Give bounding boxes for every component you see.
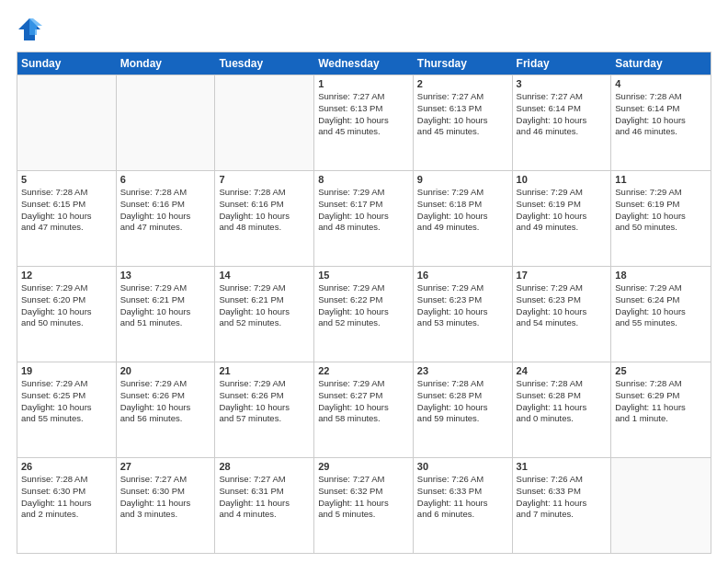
- day-number: 15: [318, 270, 409, 281]
- day-info: Sunrise: 7:29 AM Sunset: 6:26 PM Dayligh…: [120, 378, 211, 425]
- day-number: 3: [517, 78, 608, 89]
- page: SundayMondayTuesdayWednesdayThursdayFrid…: [0, 0, 728, 563]
- day-number: 19: [21, 365, 112, 376]
- day-number: 26: [21, 461, 112, 472]
- day-number: 31: [517, 461, 608, 472]
- day-info: Sunrise: 7:26 AM Sunset: 6:33 PM Dayligh…: [517, 474, 608, 521]
- calendar-body: 1Sunrise: 7:27 AM Sunset: 6:13 PM Daylig…: [17, 75, 711, 553]
- calendar-cell: 7Sunrise: 7:28 AM Sunset: 6:16 PM Daylig…: [215, 171, 314, 266]
- day-number: 17: [517, 270, 608, 281]
- calendar-cell: 16Sunrise: 7:29 AM Sunset: 6:23 PM Dayli…: [414, 267, 513, 362]
- day-info: Sunrise: 7:28 AM Sunset: 6:28 PM Dayligh…: [517, 378, 608, 425]
- day-info: Sunrise: 7:28 AM Sunset: 6:15 PM Dayligh…: [21, 187, 112, 234]
- calendar-cell: 29Sunrise: 7:27 AM Sunset: 6:32 PM Dayli…: [314, 458, 414, 553]
- day-info: Sunrise: 7:29 AM Sunset: 6:19 PM Dayligh…: [615, 187, 707, 234]
- calendar-cell: 24Sunrise: 7:28 AM Sunset: 6:28 PM Dayli…: [513, 362, 612, 457]
- day-number: 14: [219, 270, 310, 281]
- day-info: Sunrise: 7:27 AM Sunset: 6:31 PM Dayligh…: [219, 474, 310, 521]
- day-number: 1: [318, 78, 409, 89]
- day-info: Sunrise: 7:29 AM Sunset: 6:27 PM Dayligh…: [318, 378, 409, 425]
- day-info: Sunrise: 7:29 AM Sunset: 6:23 PM Dayligh…: [517, 282, 608, 329]
- calendar-cell: [17, 75, 117, 170]
- day-info: Sunrise: 7:28 AM Sunset: 6:16 PM Dayligh…: [219, 187, 310, 234]
- day-info: Sunrise: 7:29 AM Sunset: 6:19 PM Dayligh…: [517, 187, 608, 234]
- calendar-cell: 2Sunrise: 7:27 AM Sunset: 6:13 PM Daylig…: [414, 75, 513, 170]
- day-info: Sunrise: 7:29 AM Sunset: 6:18 PM Dayligh…: [417, 187, 508, 234]
- calendar-cell: 8Sunrise: 7:29 AM Sunset: 6:17 PM Daylig…: [314, 171, 414, 266]
- day-number: 20: [120, 365, 211, 376]
- calendar-cell: 13Sunrise: 7:29 AM Sunset: 6:21 PM Dayli…: [117, 267, 216, 362]
- calendar-cell: 30Sunrise: 7:26 AM Sunset: 6:33 PM Dayli…: [414, 458, 513, 553]
- day-info: Sunrise: 7:28 AM Sunset: 6:14 PM Dayligh…: [615, 91, 707, 138]
- logo-icon: [17, 17, 42, 42]
- day-info: Sunrise: 7:29 AM Sunset: 6:17 PM Dayligh…: [318, 187, 409, 234]
- calendar-cell: 1Sunrise: 7:27 AM Sunset: 6:13 PM Daylig…: [314, 75, 414, 170]
- day-number: 29: [318, 461, 409, 472]
- calendar-cell: 11Sunrise: 7:29 AM Sunset: 6:19 PM Dayli…: [611, 171, 711, 266]
- header-day: Tuesday: [215, 52, 314, 75]
- calendar-cell: 3Sunrise: 7:27 AM Sunset: 6:14 PM Daylig…: [513, 75, 612, 170]
- day-number: 22: [318, 365, 409, 376]
- header-day: Thursday: [414, 52, 513, 75]
- calendar-cell: 25Sunrise: 7:28 AM Sunset: 6:29 PM Dayli…: [611, 362, 711, 457]
- day-info: Sunrise: 7:28 AM Sunset: 6:30 PM Dayligh…: [21, 474, 112, 521]
- day-number: 10: [517, 174, 608, 185]
- svg-marker-1: [29, 18, 42, 35]
- calendar-cell: 9Sunrise: 7:29 AM Sunset: 6:18 PM Daylig…: [414, 171, 513, 266]
- header-day: Friday: [513, 52, 612, 75]
- calendar-cell: [117, 75, 216, 170]
- day-info: Sunrise: 7:28 AM Sunset: 6:16 PM Dayligh…: [120, 187, 211, 234]
- calendar-cell: 21Sunrise: 7:29 AM Sunset: 6:26 PM Dayli…: [215, 362, 314, 457]
- header: [17, 17, 711, 42]
- calendar-cell: 12Sunrise: 7:29 AM Sunset: 6:20 PM Dayli…: [17, 267, 117, 362]
- calendar-cell: 20Sunrise: 7:29 AM Sunset: 6:26 PM Dayli…: [117, 362, 216, 457]
- calendar-row: 19Sunrise: 7:29 AM Sunset: 6:25 PM Dayli…: [17, 362, 711, 457]
- day-info: Sunrise: 7:28 AM Sunset: 6:29 PM Dayligh…: [615, 378, 707, 425]
- calendar-cell: 17Sunrise: 7:29 AM Sunset: 6:23 PM Dayli…: [513, 267, 612, 362]
- header-day: Monday: [117, 52, 216, 75]
- day-number: 28: [219, 461, 310, 472]
- day-info: Sunrise: 7:27 AM Sunset: 6:13 PM Dayligh…: [417, 91, 508, 138]
- day-number: 8: [318, 174, 409, 185]
- day-number: 11: [615, 174, 707, 185]
- header-day: Wednesday: [314, 52, 414, 75]
- calendar-cell: 19Sunrise: 7:29 AM Sunset: 6:25 PM Dayli…: [17, 362, 117, 457]
- day-number: 23: [417, 365, 508, 376]
- day-info: Sunrise: 7:29 AM Sunset: 6:20 PM Dayligh…: [21, 282, 112, 329]
- calendar-cell: [611, 458, 711, 553]
- logo: [17, 17, 46, 42]
- calendar-row: 1Sunrise: 7:27 AM Sunset: 6:13 PM Daylig…: [17, 75, 711, 170]
- calendar-cell: 10Sunrise: 7:29 AM Sunset: 6:19 PM Dayli…: [513, 171, 612, 266]
- day-info: Sunrise: 7:29 AM Sunset: 6:21 PM Dayligh…: [219, 282, 310, 329]
- calendar: SundayMondayTuesdayWednesdayThursdayFrid…: [17, 52, 711, 554]
- day-number: 6: [120, 174, 211, 185]
- day-number: 25: [615, 365, 707, 376]
- day-info: Sunrise: 7:29 AM Sunset: 6:24 PM Dayligh…: [615, 282, 707, 329]
- day-info: Sunrise: 7:29 AM Sunset: 6:22 PM Dayligh…: [318, 282, 409, 329]
- calendar-cell: 27Sunrise: 7:27 AM Sunset: 6:30 PM Dayli…: [117, 458, 216, 553]
- calendar-cell: 18Sunrise: 7:29 AM Sunset: 6:24 PM Dayli…: [611, 267, 711, 362]
- day-number: 24: [517, 365, 608, 376]
- calendar-cell: [215, 75, 314, 170]
- day-info: Sunrise: 7:27 AM Sunset: 6:14 PM Dayligh…: [517, 91, 608, 138]
- day-number: 30: [417, 461, 508, 472]
- day-number: 12: [21, 270, 112, 281]
- day-info: Sunrise: 7:26 AM Sunset: 6:33 PM Dayligh…: [417, 474, 508, 521]
- day-info: Sunrise: 7:28 AM Sunset: 6:28 PM Dayligh…: [417, 378, 508, 425]
- day-number: 16: [417, 270, 508, 281]
- day-number: 5: [21, 174, 112, 185]
- calendar-cell: 5Sunrise: 7:28 AM Sunset: 6:15 PM Daylig…: [17, 171, 117, 266]
- calendar-cell: 26Sunrise: 7:28 AM Sunset: 6:30 PM Dayli…: [17, 458, 117, 553]
- day-number: 4: [615, 78, 707, 89]
- day-number: 7: [219, 174, 310, 185]
- day-info: Sunrise: 7:27 AM Sunset: 6:13 PM Dayligh…: [318, 91, 409, 138]
- calendar-row: 26Sunrise: 7:28 AM Sunset: 6:30 PM Dayli…: [17, 457, 711, 553]
- calendar-cell: 6Sunrise: 7:28 AM Sunset: 6:16 PM Daylig…: [117, 171, 216, 266]
- day-number: 27: [120, 461, 211, 472]
- calendar-cell: 22Sunrise: 7:29 AM Sunset: 6:27 PM Dayli…: [314, 362, 414, 457]
- day-info: Sunrise: 7:27 AM Sunset: 6:30 PM Dayligh…: [120, 474, 211, 521]
- day-info: Sunrise: 7:29 AM Sunset: 6:26 PM Dayligh…: [219, 378, 310, 425]
- day-info: Sunrise: 7:29 AM Sunset: 6:25 PM Dayligh…: [21, 378, 112, 425]
- day-number: 21: [219, 365, 310, 376]
- day-number: 13: [120, 270, 211, 281]
